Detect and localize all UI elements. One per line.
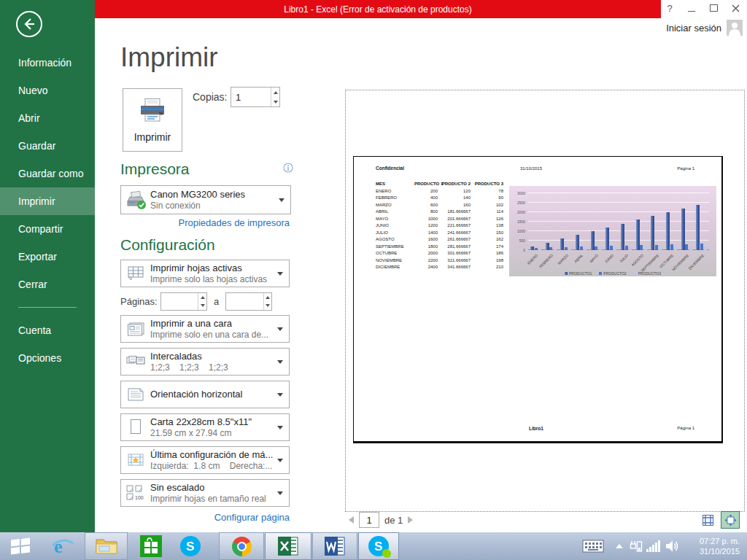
pages-to-increment[interactable] bbox=[264, 293, 272, 302]
setting-collation[interactable]: Intercaladas 1;2;3 1;2;3 1;2;3 bbox=[120, 348, 290, 376]
screen: Libro1 - Excel (Error de activación de p… bbox=[0, 0, 747, 560]
restore-icon[interactable] bbox=[708, 2, 719, 14]
backstage-sidebar: InformaciónNuevoAbrirGuardarGuardar como… bbox=[0, 0, 95, 532]
touch-keyboard-icon[interactable] bbox=[582, 532, 610, 560]
copies-stepper bbox=[231, 87, 280, 107]
close-icon[interactable] bbox=[729, 2, 741, 14]
copies-input[interactable] bbox=[231, 88, 271, 106]
bar bbox=[576, 235, 579, 250]
svg-text:S: S bbox=[186, 540, 194, 553]
sidebar-divider bbox=[18, 307, 77, 308]
sidebar-item-cuenta[interactable]: Cuenta bbox=[0, 316, 95, 344]
y-tick-label: 2500 bbox=[509, 201, 525, 205]
copies-increment-button[interactable] bbox=[271, 88, 279, 97]
windows-logo-icon bbox=[11, 537, 30, 554]
zoom-to-page-button[interactable] bbox=[721, 511, 740, 529]
previous-page-arrow-icon[interactable] bbox=[349, 516, 354, 524]
page-number-input[interactable] bbox=[359, 512, 379, 528]
pages-from-input[interactable] bbox=[161, 293, 198, 310]
printer-select[interactable]: Canon MG3200 series Sin conexión bbox=[120, 185, 291, 214]
skype-active-icon[interactable]: S bbox=[358, 532, 399, 560]
setting-duplex[interactable]: Imprimir a una cara Imprime solo en una … bbox=[120, 315, 290, 343]
show-margins-button[interactable] bbox=[699, 512, 716, 528]
volume-icon[interactable] bbox=[665, 532, 684, 560]
bar bbox=[685, 244, 688, 250]
sidebar-item-nuevo[interactable]: Nuevo bbox=[0, 77, 95, 104]
page-count-label: de 1 bbox=[384, 515, 403, 526]
bar bbox=[670, 244, 673, 250]
file-explorer-icon[interactable] bbox=[85, 532, 128, 560]
printer-properties-link[interactable]: Propiedades de impresora bbox=[120, 217, 290, 228]
windows-store-icon[interactable] bbox=[134, 532, 168, 560]
network-signal-icon[interactable] bbox=[646, 532, 664, 560]
bar bbox=[614, 247, 616, 250]
pages-from-increment[interactable] bbox=[198, 293, 206, 302]
info-icon[interactable] bbox=[283, 163, 293, 176]
chevron-down-icon bbox=[277, 393, 283, 397]
sign-in-button[interactable]: Iniciar sesión bbox=[666, 20, 743, 36]
show-hidden-chevron-icon[interactable] bbox=[615, 532, 630, 560]
bar bbox=[640, 245, 643, 250]
table-row: DICIEMBRE2400341.666667210 bbox=[376, 264, 503, 271]
help-icon[interactable]: ? bbox=[664, 2, 676, 14]
setting-orientation[interactable]: Orientación horizontal bbox=[120, 381, 290, 408]
pages-to-decrement[interactable] bbox=[264, 302, 272, 311]
print-button[interactable]: Imprimir bbox=[123, 88, 182, 152]
legend-item: PRODUCTO1 bbox=[565, 271, 592, 276]
sidebar-item-exportar[interactable]: Exportar bbox=[0, 243, 95, 271]
back-button[interactable] bbox=[15, 9, 44, 39]
setting-paper-size[interactable]: Carta 22x28cm 8.5"x11" 21.59 cm x 27.94 … bbox=[120, 413, 290, 441]
word-icon[interactable] bbox=[312, 532, 357, 560]
preview-tools bbox=[699, 511, 740, 529]
preview-page: Confidencial 31/10/2015 Página 1 MESPROD… bbox=[353, 156, 723, 443]
chevron-down-icon bbox=[277, 360, 283, 364]
chevron-down-icon bbox=[277, 272, 283, 276]
internet-explorer-icon[interactable]: e bbox=[42, 532, 83, 560]
sidebar-item-guardar[interactable]: Guardar bbox=[0, 132, 95, 160]
print-button-label: Imprimir bbox=[134, 131, 171, 143]
table-row: ENERO20012078 bbox=[376, 188, 503, 195]
bar bbox=[696, 205, 700, 250]
bar bbox=[610, 246, 613, 250]
settings-column: Imprimir hojas activas Imprime solo las … bbox=[120, 260, 290, 523]
bar bbox=[674, 246, 677, 250]
pages-to-input[interactable] bbox=[226, 293, 263, 310]
bar bbox=[538, 249, 541, 250]
skype-icon[interactable]: S bbox=[174, 532, 207, 560]
clock-date: 31/10/2015 bbox=[700, 546, 740, 556]
sign-in-label: Iniciar sesión bbox=[666, 23, 721, 34]
page-setup-link[interactable]: Configurar página bbox=[120, 512, 290, 523]
sidebar-item-abrir[interactable]: Abrir bbox=[0, 104, 95, 132]
taskbar-clock[interactable]: 07:27 p. m. 31/10/2015 bbox=[700, 536, 740, 556]
taskbar: e S bbox=[0, 532, 747, 560]
bar bbox=[535, 248, 538, 250]
setting-print-what[interactable]: Imprimir hojas activas Imprime solo las … bbox=[120, 260, 290, 287]
table-row: NOVIEMBRE2200321.666667198 bbox=[376, 257, 503, 265]
sidebar-item-informaci-n[interactable]: Información bbox=[0, 49, 95, 77]
pages-from-decrement[interactable] bbox=[198, 302, 206, 311]
sidebar-item-compartir[interactable]: Compartir bbox=[0, 215, 95, 243]
sidebar-item-imprimir[interactable]: Imprimir bbox=[0, 187, 95, 215]
sidebar-item-guardar-como[interactable]: Guardar como bbox=[0, 160, 95, 187]
page-footer-right: Página 1 bbox=[677, 426, 694, 430]
setting-scaling[interactable]: 100 Sin escalado Imprimir hojas en tamañ… bbox=[120, 479, 290, 507]
table-header-row: MESPRODUCTO 1PRODUCTO 2PRODUCTO 3 bbox=[376, 181, 503, 188]
y-tick-label: 3000 bbox=[509, 191, 525, 195]
chevron-down-icon bbox=[277, 459, 283, 462]
excel-icon[interactable] bbox=[265, 532, 311, 560]
start-button[interactable] bbox=[0, 532, 41, 560]
printer-name: Canon MG3200 series bbox=[150, 189, 245, 201]
setting-margins[interactable]: Última configuración de má... Izquierda:… bbox=[120, 446, 290, 474]
chrome-icon[interactable] bbox=[219, 532, 264, 560]
copies-decrement-button[interactable] bbox=[271, 97, 279, 106]
bar bbox=[584, 248, 587, 250]
minimize-icon[interactable] bbox=[686, 2, 697, 14]
power-plug-icon[interactable] bbox=[630, 532, 646, 560]
bar bbox=[704, 246, 707, 250]
sidebar-item-opciones[interactable]: Opciones bbox=[0, 344, 95, 372]
mini-chart: 050010001500200025003000ENEROFEBREROMARZ… bbox=[509, 186, 716, 276]
next-page-arrow-icon[interactable] bbox=[408, 516, 413, 524]
sidebar-item-cerrar[interactable]: Cerrar bbox=[0, 271, 95, 298]
zoom-to-page-icon bbox=[724, 514, 737, 526]
settings-section-heading: Configuración bbox=[120, 236, 215, 254]
